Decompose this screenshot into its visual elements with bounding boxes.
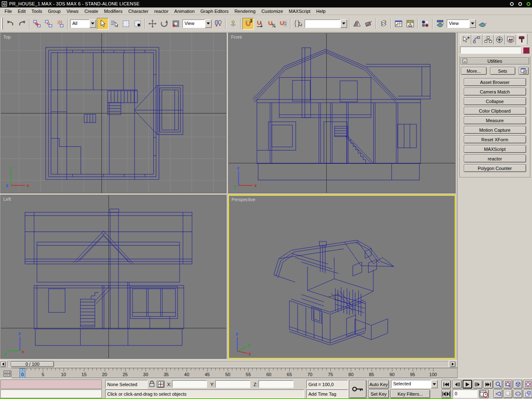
z-coordinate-field[interactable] [259,380,293,388]
tab-utilities-icon[interactable] [516,34,527,45]
dropdown-arrow-icon[interactable] [340,20,347,28]
viewport-front[interactable]: Front [228,33,456,193]
select-and-manipulate-icon[interactable] [227,18,239,30]
zoom-extents-all-icon[interactable] [523,380,532,389]
min-max-toggle-icon[interactable] [523,389,532,398]
absolute-mode-icon[interactable] [157,380,165,388]
select-by-name-icon[interactable] [108,18,120,30]
object-color-swatch[interactable] [523,47,530,54]
render-type-dropdown[interactable]: View [447,20,476,28]
utility-button-reset-xform[interactable]: Reset XForm [464,135,526,143]
menu-item-graph-editors[interactable]: Graph Editors [197,8,232,14]
utility-button-maxscript[interactable]: MAXScript [464,145,526,153]
utilities-config-icon[interactable] [519,67,529,75]
key-filter-dropdown[interactable]: Selected [391,380,438,388]
dropdown-arrow-icon[interactable] [205,20,212,28]
go-to-start-icon[interactable] [441,380,451,389]
utility-button-measure[interactable]: Measure [464,116,526,124]
set-keys-button[interactable] [349,380,367,398]
next-frame-icon[interactable] [473,380,483,389]
menu-item-group[interactable]: Group [45,8,64,14]
next-frame-arrow-icon[interactable] [450,361,456,367]
select-and-rotate-icon[interactable] [158,18,170,30]
viewport-top[interactable]: Top [0,33,227,193]
time-slider-track[interactable]: 0 / 100 [7,361,449,367]
viewport-perspective[interactable]: Perspective [228,195,456,359]
dropdown-arrow-icon[interactable] [89,20,96,28]
zoom-icon[interactable] [493,380,502,389]
add-time-tag[interactable]: Add Time Tag [306,389,348,398]
key-filters-button[interactable]: Key Filters... [390,389,430,398]
rectangular-selection-region-icon[interactable] [120,18,132,30]
mirror-icon[interactable] [351,18,363,30]
percent-snap-toggle-icon[interactable] [266,18,277,30]
menu-item-tools[interactable]: Tools [29,8,45,14]
named-selection-combo[interactable] [305,20,347,28]
current-frame-field[interactable]: 0 [453,389,478,398]
menu-item-help[interactable]: Help [313,8,329,14]
snaps-toggle-icon[interactable]: 3 [242,18,254,30]
field-of-view-icon[interactable] [493,389,502,398]
reference-coordinate-dropdown[interactable]: View [182,20,212,28]
pan-view-icon[interactable] [503,389,512,398]
sets-button[interactable]: Sets [490,67,516,75]
maxscript-mini-listener[interactable] [0,389,102,398]
toolbar-grip[interactable] [1,18,3,30]
menu-item-edit[interactable]: Edit [15,8,29,14]
select-and-move-icon[interactable] [147,18,158,30]
tab-motion-icon[interactable] [494,34,505,45]
go-to-end-icon[interactable] [483,380,493,389]
material-editor-icon[interactable] [419,18,431,30]
dropdown-arrow-icon[interactable] [469,20,476,28]
menu-item-maxscript[interactable]: MAXScript [286,8,313,14]
utility-button-collapse[interactable]: Collapse [464,97,526,105]
selection-lock-icon[interactable] [149,380,155,388]
quick-render-icon[interactable] [477,18,488,30]
use-pivot-point-icon[interactable] [212,18,224,30]
window-close-button[interactable] [527,2,530,6]
dropdown-arrow-icon[interactable] [431,380,438,388]
maxscript-macro-recorder[interactable] [0,379,102,389]
previous-frame-arrow-icon[interactable] [0,361,6,367]
title-bar[interactable]: PR_HOUSE_1.MAX - 3DS MAX 6 - STAND-ALONE… [0,0,532,7]
menu-item-modifiers[interactable]: Modifiers [101,8,126,14]
previous-frame-icon[interactable] [452,380,462,389]
unlink-selection-icon[interactable] [43,18,54,30]
select-object-button[interactable] [97,18,108,30]
zoom-extents-icon[interactable] [513,380,522,389]
menu-item-customize[interactable]: Customize [259,8,286,14]
viewport-left[interactable]: Left [0,195,227,359]
auto-key-button[interactable]: Auto Key [368,380,389,389]
time-slider-thumb[interactable]: 0 / 100 [11,361,54,367]
y-coordinate-field[interactable] [215,380,250,388]
utility-button-polygon-counter[interactable]: Polygon Counter [464,164,526,172]
edit-named-selection-sets-icon[interactable] [292,18,304,30]
utilities-rollout-header[interactable]: - Utilities [461,57,529,64]
tab-hierarchy-icon[interactable] [483,34,494,45]
utility-button-motion-capture[interactable]: Motion Capture [464,126,526,134]
undo-icon[interactable] [5,18,16,30]
angle-snap-toggle-icon[interactable] [254,18,266,30]
object-name-field[interactable] [460,47,521,54]
menu-item-character[interactable]: Character [126,8,151,14]
layer-manager-icon[interactable] [378,18,389,30]
tab-modify-icon[interactable] [471,34,483,45]
window-maximize-button[interactable] [518,2,522,6]
menu-item-create[interactable]: Create [81,8,101,14]
window-minimize-button[interactable] [510,2,514,6]
menu-item-rendering[interactable]: Rendering [232,8,259,14]
time-configuration-icon[interactable] [479,389,489,398]
menu-item-animation[interactable]: Animation [171,8,197,14]
set-key-button[interactable]: Set Key [368,389,389,398]
utility-button-camera-match[interactable]: Camera Match [464,88,526,96]
more-button[interactable]: More... [461,67,487,75]
render-scene-icon[interactable] [434,18,446,30]
spinner-snap-toggle-icon[interactable] [277,18,289,30]
curve-editor-icon[interactable] [393,18,404,30]
align-icon[interactable] [363,18,374,30]
x-coordinate-field[interactable] [172,380,207,388]
selection-filter-dropdown[interactable]: All [70,20,96,28]
key-mode-toggle-icon[interactable] [441,389,451,398]
window-crossing-icon[interactable] [132,18,143,30]
schematic-view-icon[interactable] [404,18,416,30]
